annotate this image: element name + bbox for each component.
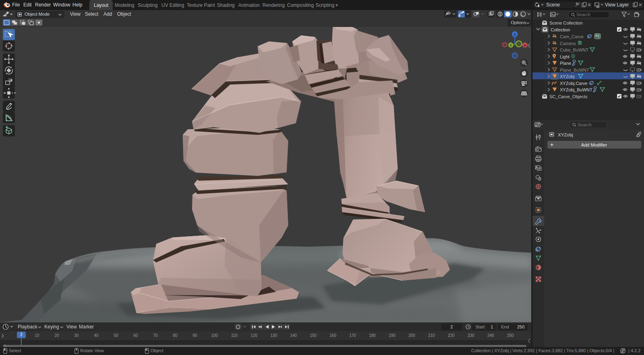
svg-text:Search: Search xyxy=(576,12,590,17)
svg-text:View Layer: View Layer xyxy=(605,2,629,8)
svg-text:Scene Collection: Scene Collection xyxy=(549,21,583,25)
svg-text:Camera: Camera xyxy=(560,41,576,46)
svg-text:SC_Carve_Objects: SC_Carve_Objects xyxy=(549,94,588,99)
svg-text:Add Modifier: Add Modifier xyxy=(581,142,607,147)
svg-text:XYZobj: XYZobj xyxy=(560,74,574,79)
svg-text:Y: Y xyxy=(510,43,512,47)
svg-text:Plane: Plane xyxy=(560,61,571,66)
svg-text:Cube_BuWNT: Cube_BuWNT xyxy=(560,47,588,52)
svg-text:X: X xyxy=(524,43,526,47)
svg-text:Scene: Scene xyxy=(546,2,560,8)
svg-text:XYZobj.Carve: XYZobj.Carve xyxy=(560,81,587,86)
svg-text:Search: Search xyxy=(578,122,592,127)
svg-text:Cam_Carve: Cam_Carve xyxy=(560,34,584,39)
svg-text:XYZobj: XYZobj xyxy=(558,132,573,137)
svg-text:Plane_BuWNT: Plane_BuWNT xyxy=(560,68,589,72)
svg-text:Collection: Collection xyxy=(551,27,570,32)
svg-text:XYZobj_BuWNT: XYZobj_BuWNT xyxy=(560,87,592,92)
svg-text:Light: Light xyxy=(560,54,570,59)
svg-text:Z: Z xyxy=(514,33,516,37)
